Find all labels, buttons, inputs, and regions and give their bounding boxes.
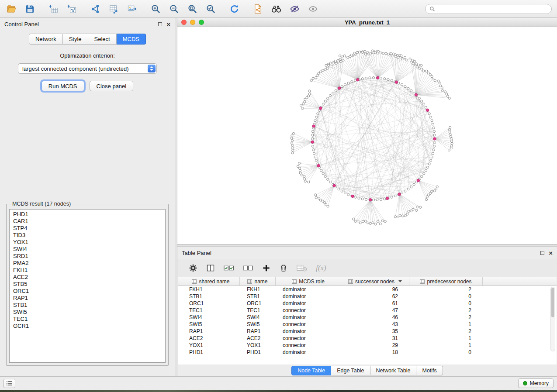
network-node[interactable] xyxy=(401,83,403,86)
network-node[interactable] xyxy=(433,145,435,147)
network-node[interactable] xyxy=(343,55,346,57)
network-node[interactable] xyxy=(390,53,392,55)
mcds-node[interactable] xyxy=(333,184,336,187)
mcds-result-item[interactable]: PMA2 xyxy=(13,260,162,267)
network-node[interactable] xyxy=(372,199,374,201)
network-node[interactable] xyxy=(367,52,369,54)
network-node[interactable] xyxy=(399,214,401,217)
mcds-node[interactable] xyxy=(338,87,341,89)
network-node[interactable] xyxy=(385,52,387,55)
network-node[interactable] xyxy=(421,100,423,102)
network-node[interactable] xyxy=(354,196,356,198)
network-node[interactable] xyxy=(334,60,336,62)
network-node[interactable] xyxy=(301,107,304,110)
network-node[interactable] xyxy=(291,140,294,142)
mcds-result-item[interactable]: TEC1 xyxy=(13,316,162,323)
save-session-button[interactable] xyxy=(24,3,36,15)
mcds-node[interactable] xyxy=(426,109,429,111)
apply-layout-button[interactable] xyxy=(228,3,240,15)
network-node[interactable] xyxy=(314,156,316,158)
network-node[interactable] xyxy=(291,144,294,147)
column-header-predecessor-nodes[interactable]: predecessor nodes xyxy=(409,277,483,285)
network-node[interactable] xyxy=(317,113,319,115)
column-header-mcds-role[interactable]: MCDS role xyxy=(276,277,341,285)
network-node[interactable] xyxy=(361,78,363,80)
network-node[interactable] xyxy=(404,190,406,192)
show-graphics-details-button[interactable] xyxy=(307,3,319,15)
optimization-criterion-select[interactable]: largest connected component (undirected) xyxy=(18,63,157,74)
network-node[interactable] xyxy=(433,134,436,136)
mcds-result-item[interactable]: RAP1 xyxy=(13,295,162,302)
network-node[interactable] xyxy=(306,96,308,99)
network-node[interactable] xyxy=(311,131,314,133)
network-node[interactable] xyxy=(408,210,410,213)
network-node[interactable] xyxy=(308,93,311,95)
hide-graphics-details-button[interactable] xyxy=(288,3,301,15)
network-node[interactable] xyxy=(376,199,378,201)
network-node[interactable] xyxy=(299,172,301,174)
deselect-all-button[interactable] xyxy=(243,262,253,274)
network-node[interactable] xyxy=(318,197,320,199)
network-node[interactable] xyxy=(449,133,451,135)
network-node[interactable] xyxy=(387,53,389,55)
mcds-result-item[interactable]: TID3 xyxy=(13,232,162,239)
network-node[interactable] xyxy=(409,58,411,60)
network-node[interactable] xyxy=(377,220,379,223)
network-node[interactable] xyxy=(311,138,313,140)
network-node[interactable] xyxy=(391,55,393,57)
tab-mcds[interactable]: MCDS xyxy=(117,34,146,45)
network-node[interactable] xyxy=(405,59,408,61)
mcds-node[interactable] xyxy=(317,164,320,167)
network-node[interactable] xyxy=(316,75,318,77)
network-node[interactable] xyxy=(431,156,433,158)
network-graph[interactable] xyxy=(177,27,557,244)
network-node[interactable] xyxy=(297,165,299,168)
network-node[interactable] xyxy=(404,86,406,88)
mcds-result-item[interactable]: PHD1 xyxy=(13,211,162,218)
mcds-node[interactable] xyxy=(433,138,436,140)
network-node[interactable] xyxy=(441,89,443,92)
mcds-node[interactable] xyxy=(398,193,401,196)
network-node[interactable] xyxy=(364,53,367,55)
network-node[interactable] xyxy=(450,147,452,149)
network-node[interactable] xyxy=(439,82,441,84)
network-node[interactable] xyxy=(450,140,453,142)
float-panel-icon[interactable] xyxy=(158,22,162,26)
mcds-result-list[interactable]: PHD1CAR1STP4TID3YOX1SWI4SRD1PMA2FKH1ACE2… xyxy=(9,209,166,363)
network-node[interactable] xyxy=(449,126,451,128)
global-search-box[interactable] xyxy=(425,4,552,14)
network-node[interactable] xyxy=(326,67,329,69)
network-node[interactable] xyxy=(379,223,381,225)
network-node[interactable] xyxy=(298,162,301,165)
function-builder-button[interactable]: f(x) xyxy=(316,262,326,274)
network-node[interactable] xyxy=(344,192,346,194)
network-view-titlebar[interactable]: YPA_prune.txt_1 xyxy=(177,18,557,27)
mcds-result-item[interactable]: STB1 xyxy=(13,302,162,309)
network-node[interactable] xyxy=(423,172,425,175)
mcds-result-item[interactable]: GCR1 xyxy=(13,323,162,330)
network-node[interactable] xyxy=(426,199,428,201)
mcds-node[interactable] xyxy=(351,195,354,197)
network-node[interactable] xyxy=(292,149,294,151)
network-node[interactable] xyxy=(432,127,435,129)
network-node[interactable] xyxy=(449,131,451,133)
network-node[interactable] xyxy=(410,89,412,92)
network-node[interactable] xyxy=(431,76,433,78)
network-node[interactable] xyxy=(372,222,374,224)
network-node[interactable] xyxy=(433,131,435,133)
network-node[interactable] xyxy=(394,55,397,58)
share-document-button[interactable] xyxy=(252,3,264,15)
network-node[interactable] xyxy=(418,97,420,100)
network-node[interactable] xyxy=(353,52,356,54)
network-node[interactable] xyxy=(432,149,435,151)
float-table-panel-icon[interactable] xyxy=(540,251,544,255)
column-header-name[interactable]: name xyxy=(240,277,276,285)
network-node[interactable] xyxy=(347,193,349,196)
tab-network-table[interactable]: Network Table xyxy=(370,366,417,375)
network-node[interactable] xyxy=(352,218,354,220)
network-node[interactable] xyxy=(341,56,343,58)
mcds-node[interactable] xyxy=(312,125,315,127)
network-node[interactable] xyxy=(401,215,404,217)
tab-select[interactable]: Select xyxy=(88,34,117,45)
network-node[interactable] xyxy=(431,190,433,193)
